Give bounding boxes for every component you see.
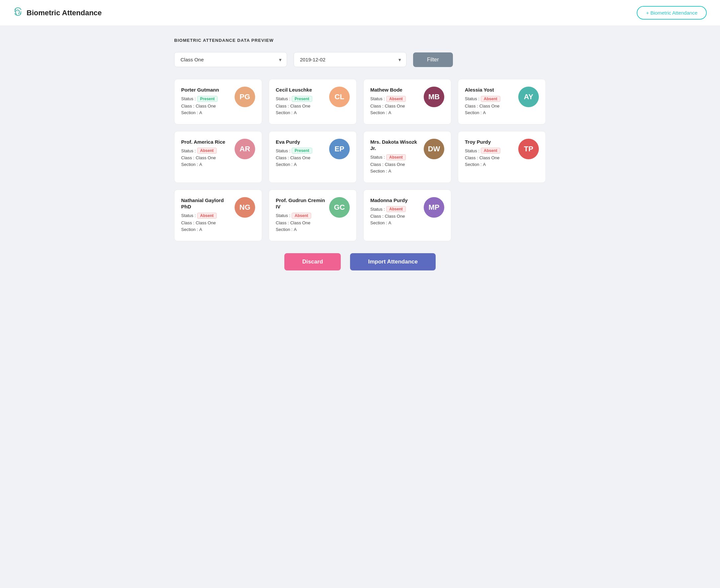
class-label: Class :: [181, 220, 194, 225]
class-value: Class One: [196, 220, 216, 225]
status-label: Status :: [276, 213, 290, 218]
student-name: Prof. Gudrun Cremin IV: [276, 197, 325, 210]
student-name: Nathanial Gaylord PhD: [181, 197, 231, 210]
student-name: Troy Purdy: [465, 139, 514, 145]
status-row: Status : Present: [181, 96, 231, 102]
status-badge: Present: [292, 148, 312, 154]
class-select[interactable]: Class One Class Two Class Three: [174, 52, 287, 67]
section-row: Section : A: [181, 227, 231, 232]
student-card: Prof. America Rice Status : Absent Class…: [174, 131, 262, 183]
import-attendance-button[interactable]: Import Attendance: [350, 253, 436, 270]
card-info: Nathanial Gaylord PhD Status : Absent Cl…: [181, 197, 231, 234]
card-info: Madonna Purdy Status : Absent Class : Cl…: [370, 197, 420, 227]
status-badge: Present: [292, 96, 312, 102]
class-label: Class :: [465, 104, 478, 108]
section-value: A: [199, 227, 203, 232]
avatar: NG: [235, 197, 255, 218]
status-label: Status :: [370, 207, 385, 212]
class-row: Class : Class One: [181, 104, 231, 108]
section-label: Section :: [276, 110, 293, 115]
student-card: Eva Purdy Status : Present Class : Class…: [269, 131, 357, 183]
class-value: Class One: [480, 155, 500, 160]
student-card: Alessia Yost Status : Absent Class : Cla…: [458, 79, 546, 124]
avatar: MB: [424, 87, 444, 107]
section-label: Section :: [181, 162, 198, 167]
student-name: Eva Purdy: [276, 139, 325, 145]
class-value: Class One: [196, 155, 216, 160]
avatar: MP: [424, 197, 444, 218]
section-label: Section :: [276, 227, 293, 232]
app-header: Biometric Attendance + Biometric Attenda…: [0, 0, 720, 26]
card-info: Alessia Yost Status : Absent Class : Cla…: [465, 87, 514, 117]
class-label: Class :: [370, 104, 384, 108]
status-label: Status :: [276, 148, 290, 153]
student-card: Troy Purdy Status : Absent Class : Class…: [458, 131, 546, 183]
status-label: Status :: [370, 96, 385, 101]
class-row: Class : Class One: [370, 104, 420, 108]
add-biometric-button[interactable]: + Biometric Attendance: [637, 6, 707, 20]
class-label: Class :: [276, 155, 289, 160]
avatar: AR: [235, 139, 255, 159]
class-label: Class :: [181, 104, 194, 108]
status-badge: Absent: [386, 96, 406, 102]
class-label: Class :: [370, 214, 384, 219]
student-name: Alessia Yost: [465, 87, 514, 93]
avatar: PG: [235, 87, 255, 107]
class-value: Class One: [385, 104, 405, 108]
class-row: Class : Class One: [465, 104, 514, 108]
class-row: Class : Class One: [276, 104, 325, 108]
avatar: DW: [424, 139, 444, 159]
students-grid: Porter Gutmann Status : Present Class : …: [174, 79, 546, 241]
class-label: Class :: [370, 162, 384, 167]
student-name: Porter Gutmann: [181, 87, 231, 93]
discard-button[interactable]: Discard: [284, 253, 341, 270]
student-name: Mathew Bode: [370, 87, 420, 93]
section-value: A: [483, 162, 486, 167]
class-label: Class :: [465, 155, 478, 160]
student-name: Mrs. Dakota Wisozk Jr.: [370, 139, 420, 152]
student-card: Madonna Purdy Status : Absent Class : Cl…: [363, 189, 451, 241]
card-info: Eva Purdy Status : Present Class : Class…: [276, 139, 325, 169]
class-value: Class One: [385, 214, 405, 219]
class-row: Class : Class One: [276, 220, 325, 225]
section-value: A: [294, 110, 297, 115]
status-label: Status :: [181, 96, 196, 101]
section-value: A: [199, 162, 203, 167]
section-row: Section : A: [181, 110, 231, 115]
date-select[interactable]: 2019-12-02 2019-12-01 2019-11-30: [294, 52, 406, 67]
section-row: Section : A: [465, 162, 514, 167]
section-label: Section :: [465, 162, 482, 167]
student-name: Cecil Leuschke: [276, 87, 325, 93]
section-label: Section :: [370, 110, 387, 115]
section-label: Section :: [181, 110, 198, 115]
app-title: Biometric Attendance: [26, 8, 102, 17]
card-info: Prof. America Rice Status : Absent Class…: [181, 139, 231, 169]
class-value: Class One: [290, 104, 311, 108]
class-row: Class : Class One: [465, 155, 514, 160]
status-row: Status : Absent: [370, 206, 420, 212]
status-row: Status : Absent: [370, 96, 420, 102]
status-badge: Present: [197, 96, 218, 102]
class-value: Class One: [480, 104, 500, 108]
card-info: Troy Purdy Status : Absent Class : Class…: [465, 139, 514, 169]
class-label: Class :: [276, 104, 289, 108]
status-badge: Absent: [481, 148, 500, 154]
section-value: A: [388, 220, 391, 225]
section-value: A: [294, 227, 297, 232]
status-label: Status :: [465, 96, 480, 101]
card-info: Mathew Bode Status : Absent Class : Clas…: [370, 87, 420, 117]
section-title: BIOMETRIC ATTENDANCE DATA PREVIEW: [174, 38, 546, 43]
class-select-wrapper: Class One Class Two Class Three ▼: [174, 52, 287, 67]
section-row: Section : A: [276, 227, 325, 232]
section-row: Section : A: [181, 162, 231, 167]
status-row: Status : Absent: [465, 148, 514, 154]
section-label: Section :: [181, 227, 198, 232]
filter-button[interactable]: Filter: [413, 52, 453, 67]
status-label: Status :: [181, 148, 196, 153]
class-value: Class One: [196, 104, 216, 108]
status-label: Status :: [465, 148, 480, 153]
section-label: Section :: [370, 169, 387, 173]
student-name: Madonna Purdy: [370, 197, 420, 204]
section-value: A: [388, 110, 391, 115]
student-name: Prof. America Rice: [181, 139, 231, 145]
